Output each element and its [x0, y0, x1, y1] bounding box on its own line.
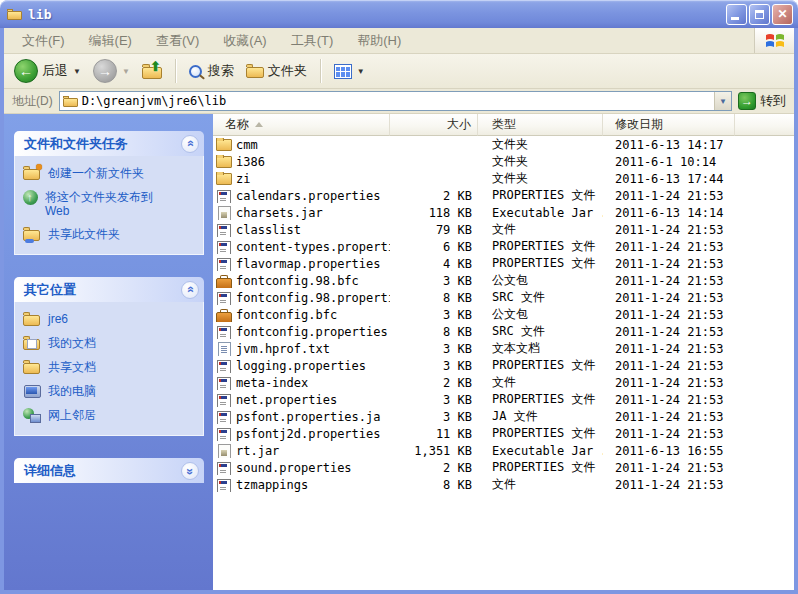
task-item[interactable]: 将这个文件夹发布到 Web	[23, 190, 199, 218]
place-label: 共享文档	[48, 360, 96, 374]
place-item[interactable]: 我的电脑	[23, 384, 199, 399]
table-row[interactable]: net.properties 3 KB PROPERTIES 文件 2011-1…	[213, 391, 794, 408]
minimize-icon	[731, 17, 739, 20]
maximize-icon	[755, 10, 764, 19]
table-row[interactable]: i386 文件夹 2011-6-1 10:14	[213, 153, 794, 170]
table-row[interactable]: charsets.jar 118 KB Executable Jar ... 2…	[213, 204, 794, 221]
close-button[interactable]: ✕	[772, 4, 793, 25]
table-row[interactable]: calendars.properties 2 KB PROPERTIES 文件 …	[213, 187, 794, 204]
place-item[interactable]: 网上邻居	[23, 408, 199, 423]
file-size: 79 KB	[390, 223, 478, 237]
column-header-date[interactable]: 修改日期	[603, 114, 735, 136]
table-row[interactable]: tzmappings 8 KB 文件 2011-1-24 21:53	[213, 476, 794, 493]
file-name-cell: calendars.properties	[213, 189, 390, 203]
table-row[interactable]: meta-index 2 KB 文件 2011-1-24 21:53	[213, 374, 794, 391]
file-size: 4 KB	[390, 257, 478, 271]
menu-item[interactable]: 查看(V)	[144, 32, 211, 50]
panel-header-file-folder-tasks[interactable]: 文件和文件夹任务 »	[14, 131, 204, 156]
table-row[interactable]: fontconfig.properties.src 8 KB SRC 文件 20…	[213, 323, 794, 340]
file-type: 文本文档	[478, 340, 603, 357]
forward-button[interactable]: → ▼	[89, 57, 134, 85]
place-item[interactable]: 我的文档	[23, 336, 199, 351]
file-size: 3 KB	[390, 359, 478, 373]
table-row[interactable]: jvm.hprof.txt 3 KB 文本文档 2011-1-24 21:53	[213, 340, 794, 357]
table-row[interactable]: flavormap.properties 4 KB PROPERTIES 文件 …	[213, 255, 794, 272]
file-name: fontconfig.bfc	[236, 308, 337, 322]
window-body: 文件(F)编辑(E)查看(V)收藏(A)工具(T)帮助(H) ← 后退 ▼ → …	[0, 28, 798, 594]
file-name-cell: fontconfig.properties.src	[213, 325, 390, 339]
file-name: jvm.hprof.txt	[236, 342, 330, 356]
table-row[interactable]: psfont.properties.ja 3 KB JA 文件 2011-1-2…	[213, 408, 794, 425]
back-label: 后退	[42, 62, 68, 80]
file-type-icon	[216, 359, 231, 373]
menu-item[interactable]: 工具(T)	[279, 32, 346, 50]
menu-item[interactable]: 编辑(E)	[77, 32, 144, 50]
address-path[interactable]: D:\greanjvm\jre6\lib	[82, 94, 714, 108]
column-header-type[interactable]: 类型	[478, 114, 603, 136]
file-type-icon	[216, 172, 231, 186]
table-row[interactable]: content-types.properties 6 KB PROPERTIES…	[213, 238, 794, 255]
place-label: 我的文档	[48, 336, 96, 350]
table-row[interactable]: cmm 文件夹 2011-6-13 14:17	[213, 136, 794, 153]
column-header-size[interactable]: 大小	[390, 114, 478, 136]
address-folder-icon	[63, 96, 78, 107]
table-row[interactable]: rt.jar 1,351 KB Executable Jar ... 2011-…	[213, 442, 794, 459]
panel-details: 详细信息 »	[14, 458, 204, 483]
views-icon	[334, 64, 352, 79]
place-label: jre6	[48, 312, 68, 326]
file-type: PROPERTIES 文件	[478, 459, 603, 476]
file-type: PROPERTIES 文件	[478, 255, 603, 272]
toolbar-separator	[175, 59, 176, 83]
file-name: fontconfig.98.bfc	[236, 274, 359, 288]
column-header-name[interactable]: 名称	[213, 114, 390, 136]
menu-item[interactable]: 文件(F)	[10, 32, 77, 50]
chevron-up-icon[interactable]: »	[181, 135, 199, 153]
file-date: 2011-1-24 21:53	[603, 325, 735, 339]
back-button[interactable]: ← 后退 ▼	[10, 57, 85, 85]
chevron-down-icon[interactable]: »	[181, 462, 199, 480]
table-row[interactable]: logging.properties 3 KB PROPERTIES 文件 20…	[213, 357, 794, 374]
title-bar[interactable]: lib ✕	[0, 0, 798, 28]
place-item[interactable]: jre6	[23, 312, 199, 327]
panel-header-other-places[interactable]: 其它位置 »	[14, 277, 204, 302]
minimize-button[interactable]	[726, 4, 747, 25]
menu-item[interactable]: 收藏(A)	[211, 32, 278, 50]
address-dropdown-button[interactable]: ▼	[714, 92, 731, 110]
table-row[interactable]: sound.properties 2 KB PROPERTIES 文件 2011…	[213, 459, 794, 476]
views-dropdown-icon[interactable]: ▼	[357, 67, 365, 76]
chevron-up-icon[interactable]: »	[181, 281, 199, 299]
panel-header-details[interactable]: 详细信息 »	[14, 458, 204, 483]
folders-button[interactable]: 文件夹	[242, 60, 311, 82]
file-name: charsets.jar	[236, 206, 323, 220]
address-input[interactable]: D:\greanjvm\jre6\lib ▼	[59, 91, 732, 111]
file-date: 2011-6-13 17:44	[603, 172, 735, 186]
file-type-icon	[216, 223, 231, 237]
file-type-icon	[216, 138, 231, 152]
file-name-cell: fontconfig.98.propertie...	[213, 291, 390, 305]
file-name: psfont.properties.ja	[236, 410, 381, 424]
file-date: 2011-1-24 21:53	[603, 342, 735, 356]
task-item[interactable]: 共享此文件夹	[23, 227, 199, 242]
panel-file-folder-tasks: 文件和文件夹任务 » 创建一个新文件夹 将这个文件夹发布到 Web 共享此文件夹	[14, 131, 204, 255]
table-row[interactable]: fontconfig.98.propertie... 8 KB SRC 文件 2…	[213, 289, 794, 306]
file-name: meta-index	[236, 376, 308, 390]
table-row[interactable]: fontconfig.98.bfc 3 KB 公文包 2011-1-24 21:…	[213, 272, 794, 289]
table-row[interactable]: psfontj2d.properties 11 KB PROPERTIES 文件…	[213, 425, 794, 442]
search-button[interactable]: 搜索	[185, 60, 238, 82]
table-row[interactable]: fontconfig.bfc 3 KB 公文包 2011-1-24 21:53	[213, 306, 794, 323]
views-button[interactable]: ▼	[330, 62, 369, 81]
close-icon: ✕	[777, 7, 787, 21]
menu-item[interactable]: 帮助(H)	[345, 32, 413, 50]
go-label: 转到	[760, 92, 786, 110]
place-item[interactable]: 共享文档	[23, 360, 199, 375]
file-name-cell: cmm	[213, 138, 390, 152]
task-item[interactable]: 创建一个新文件夹	[23, 166, 199, 181]
file-date: 2011-1-24 21:53	[603, 461, 735, 475]
table-row[interactable]: zi 文件夹 2011-6-13 17:44	[213, 170, 794, 187]
up-button[interactable]: ⬆	[138, 61, 166, 81]
maximize-button[interactable]	[749, 4, 770, 25]
back-dropdown-icon[interactable]: ▼	[73, 67, 81, 76]
file-name: fontconfig.98.propertie...	[236, 291, 390, 305]
table-row[interactable]: classlist 79 KB 文件 2011-1-24 21:53	[213, 221, 794, 238]
go-button[interactable]: → 转到	[738, 92, 790, 110]
